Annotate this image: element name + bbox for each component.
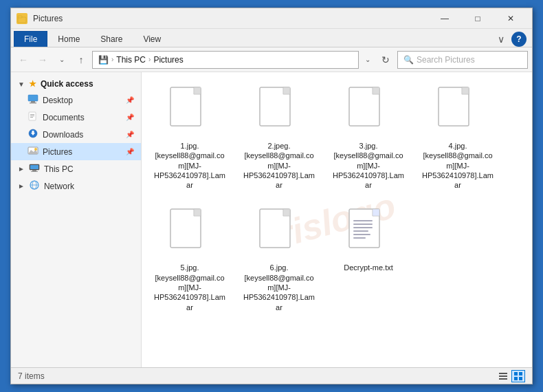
svg-rect-11	[32, 131, 34, 133]
address-bar-area: ← → ⌄ ↑ 💾 › This PC › Pictures ⌄ ↻ 🔍 Sea…	[11, 47, 532, 72]
network-chevron-icon: ►	[18, 182, 25, 190]
svg-rect-42	[373, 209, 379, 216]
svg-rect-36	[194, 209, 201, 216]
tab-file[interactable]: File	[14, 31, 47, 47]
sidebar-item-downloads[interactable]: Downloads 📌	[11, 126, 141, 143]
tab-view[interactable]: View	[133, 31, 171, 47]
file-name: 1.jpg.[keysell88@gmail.com][MJ-HP5362410…	[152, 141, 228, 190]
maximize-button[interactable]: □	[462, 8, 494, 29]
tab-home[interactable]: Home	[47, 31, 90, 47]
address-box[interactable]: 💾 › This PC › Pictures	[92, 51, 359, 69]
svg-rect-47	[353, 234, 370, 235]
file-item[interactable]: Decrypt-me.txt	[327, 201, 410, 316]
sidebar-network-label: Network	[44, 182, 74, 191]
downloads-pin-icon: 📌	[126, 131, 134, 138]
help-button[interactable]: ?	[511, 32, 527, 47]
address-sep1: ›	[111, 56, 113, 63]
file-icon-wrapper	[344, 83, 393, 138]
title-buttons: — □ ✕	[429, 8, 527, 29]
file-name: 6.jpg.[keysell88@gmail.com][MJ-HP5362410…	[241, 263, 317, 312]
address-dropdown-button[interactable]: ⌄	[362, 52, 374, 68]
up-button[interactable]: ↑	[73, 52, 89, 68]
search-box[interactable]: 🔍 Search Pictures	[397, 51, 528, 69]
sidebar-quick-access-label: Quick access	[41, 79, 93, 89]
sidebar-documents-label: Documents	[43, 113, 85, 122]
file-icon-wrapper	[165, 205, 214, 260]
desktop-icon	[27, 94, 38, 106]
network-icon	[29, 180, 40, 192]
svg-rect-8	[30, 117, 33, 118]
documents-pin-icon: 📌	[126, 113, 134, 121]
sidebar-downloads-label: Downloads	[43, 130, 83, 140]
quick-access-chevron-icon: ▼	[18, 80, 25, 88]
back-button[interactable]: ←	[15, 52, 32, 68]
svg-rect-50	[499, 375, 507, 377]
quick-access-icon: ★	[29, 79, 36, 89]
svg-rect-33	[462, 87, 469, 94]
recent-locations-button[interactable]: ⌄	[54, 52, 70, 68]
address-pictures-label: Pictures	[153, 55, 183, 65]
sidebar-item-network[interactable]: ► Network	[11, 177, 141, 195]
forward-button[interactable]: →	[34, 52, 51, 68]
search-icon: 🔍	[403, 55, 414, 65]
svg-rect-2	[28, 95, 38, 101]
txt-file-icon	[348, 208, 389, 257]
sidebar-item-quick-access[interactable]: ▼ ★ Quick access	[11, 76, 141, 91]
file-icon-wrapper	[254, 205, 304, 260]
file-item[interactable]: 5.jpg.[keysell88@gmail.com][MJ-HP5362410…	[148, 201, 231, 316]
doc-file-icon	[258, 86, 300, 135]
close-button[interactable]: ✕	[495, 8, 527, 29]
svg-rect-6	[30, 114, 34, 115]
file-name: Decrypt-me.txt	[344, 263, 393, 272]
svg-rect-16	[30, 165, 38, 169]
file-name: 4.jpg.[keysell88@gmail.com][MJ-HP5362410…	[420, 141, 496, 190]
ribbon: File Home Share View ∨ ?	[11, 29, 532, 47]
svg-rect-27	[283, 87, 290, 94]
svg-rect-30	[373, 87, 379, 94]
file-grid: 1.jpg.[keysell88@gmail.com][MJ-HP5362410…	[148, 79, 525, 316]
svg-rect-49	[499, 373, 507, 374]
sidebar-desktop-label: Desktop	[43, 96, 73, 105]
svg-rect-45	[353, 227, 373, 228]
svg-rect-46	[353, 230, 368, 232]
svg-rect-3	[31, 101, 35, 102]
doc-file-icon	[258, 208, 300, 257]
file-icon-wrapper	[433, 83, 483, 138]
sidebar-this-pc-label: This PC	[44, 164, 74, 174]
address-this-pc-label: This PC	[116, 55, 146, 65]
svg-rect-55	[519, 377, 522, 380]
list-view-button[interactable]	[496, 370, 510, 382]
svg-rect-53	[519, 372, 522, 375]
tab-share[interactable]: Share	[90, 31, 133, 47]
minimize-button[interactable]: —	[429, 8, 461, 29]
svg-rect-43	[353, 220, 373, 221]
pictures-icon	[27, 146, 38, 157]
file-item[interactable]: 3.jpg.[keysell88@gmail.com][MJ-HP5362410…	[327, 79, 410, 194]
downloads-icon	[27, 129, 38, 140]
view-buttons	[496, 370, 525, 382]
address-this-pc: 💾	[98, 55, 109, 65]
svg-rect-52	[514, 372, 518, 375]
sidebar-item-pictures[interactable]: Pictures 📌	[11, 143, 141, 160]
file-item[interactable]: 6.jpg.[keysell88@gmail.com][MJ-HP5362410…	[238, 201, 320, 316]
svg-rect-39	[283, 209, 290, 216]
title-bar-left: Pictures	[16, 13, 429, 24]
svg-point-14	[34, 148, 37, 151]
svg-rect-44	[353, 224, 373, 225]
ribbon-tabs: File Home Share View ∨ ?	[11, 29, 532, 47]
status-items-count: 7 items	[18, 371, 45, 381]
sidebar-item-this-pc[interactable]: ► This PC	[11, 160, 141, 177]
this-pc-icon	[29, 163, 40, 175]
file-item[interactable]: 4.jpg.[keysell88@gmail.com][MJ-HP5362410…	[417, 79, 499, 194]
file-item[interactable]: 1.jpg.[keysell88@gmail.com][MJ-HP5362410…	[148, 79, 231, 194]
doc-file-icon	[169, 208, 210, 257]
file-item[interactable]: 2.jpeg.[keysell88@gmail.com][MJ-HP536241…	[238, 79, 320, 194]
explorer-window: Pictures — □ ✕ File Home Share View ∨ ? …	[10, 8, 533, 384]
sidebar-item-desktop[interactable]: Desktop 📌	[11, 91, 141, 109]
tile-view-button[interactable]	[511, 370, 525, 382]
ribbon-chevron[interactable]: ∨	[494, 32, 509, 46]
doc-file-icon	[348, 86, 389, 135]
sidebar-item-documents[interactable]: Documents 📌	[11, 109, 141, 126]
refresh-button[interactable]: ↻	[377, 51, 395, 69]
doc-file-icon	[437, 86, 478, 135]
